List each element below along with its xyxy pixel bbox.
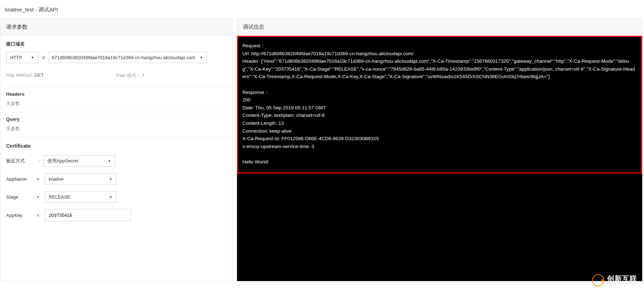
verify-row: 验证方式 ： 使用AppSecret ▼	[6, 155, 226, 167]
headers-title: Headers	[6, 91, 226, 97]
eq: =	[36, 213, 40, 218]
verify-select[interactable]: 使用AppSecret ▼	[43, 155, 115, 167]
method-path-row: Http Method: GET Path 格式： /	[0, 69, 232, 87]
protocol-value: HTTP	[10, 55, 22, 60]
page-title: knative_test - 调试API	[0, 0, 644, 18]
eq: =	[36, 194, 40, 200]
chevron-down-icon: ▼	[200, 56, 203, 60]
appkey-label: AppKey	[6, 213, 31, 218]
stage-select[interactable]: RELEASE ▼	[45, 191, 117, 203]
http-method-cell: Http Method: GET	[6, 72, 116, 79]
brand-watermark: 创新互联 CHUANG XIN LIAN	[592, 274, 638, 281]
http-method-label: Http Method:	[6, 72, 33, 79]
appkey-row: AppKey =	[6, 209, 226, 221]
path-value: /	[142, 72, 144, 79]
path-label: Path 格式：	[116, 72, 141, 79]
protocol-select[interactable]: HTTP ▼	[6, 52, 38, 63]
headers-empty: 无参数	[6, 100, 226, 107]
main-wrap: 请求参数 接口域名 HTTP ▼ :// 671d606b382049fdae7…	[0, 18, 644, 281]
debug-console: Request： Url: http://671d606b382049fdae7…	[237, 36, 642, 173]
host-select[interactable]: 671d606b382049fdae7018a19c71d369-cn-hang…	[48, 52, 207, 63]
appname-value: knative	[49, 176, 63, 182]
protocol-separator: ://	[41, 55, 45, 60]
domain-section: 接口域名 HTTP ▼ :// 671d606b382049fdae7018a1…	[0, 36, 232, 69]
host-value: 671d606b382049fdae7018a19c71d369-cn-hang…	[52, 55, 195, 60]
chevron-down-icon: ▼	[109, 177, 113, 181]
debug-info-header: 调试信息	[237, 19, 642, 36]
verify-value: 使用AppSecret	[47, 158, 79, 164]
chevron-down-icon: ▼	[108, 159, 111, 163]
eq: =	[36, 176, 40, 182]
chevron-down-icon: ▼	[31, 56, 34, 60]
certificate-block: Certificate 验证方式 ： 使用AppSecret ▼ AppName…	[0, 137, 232, 231]
debug-console-empty	[237, 173, 642, 281]
appname-select[interactable]: knative ▼	[45, 173, 117, 185]
stage-row: Stage = RELEASE ▼	[6, 191, 226, 203]
appkey-input[interactable]	[45, 209, 131, 221]
stage-label: Stage	[6, 194, 31, 200]
query-block: Query 无参数	[0, 112, 232, 137]
domain-label: 接口域名	[6, 41, 226, 47]
chevron-down-icon: ▼	[109, 195, 113, 199]
left-panel: 请求参数 接口域名 HTTP ▼ :// 671d606b382049fdae7…	[0, 18, 232, 281]
query-title: Query	[6, 117, 226, 122]
right-panel: 调试信息 Request： Url: http://671d606b382049…	[237, 18, 643, 281]
request-params-header: 请求参数	[0, 19, 232, 36]
brand-logo-icon	[592, 274, 604, 281]
path-cell: Path 格式： /	[116, 72, 226, 79]
colon: ：	[36, 158, 38, 164]
brand-text: 创新互联 CHUANG XIN LIAN	[607, 275, 638, 281]
brand-cn: 创新互联	[607, 275, 638, 281]
stage-value: RELEASE	[49, 194, 70, 200]
headers-block: Headers 无参数	[0, 87, 232, 112]
appname-label: AppName	[6, 176, 31, 182]
http-method-value: GET	[34, 72, 44, 79]
certificate-title: Certificate	[6, 143, 226, 149]
appname-row: AppName = knative ▼	[6, 173, 226, 185]
query-empty: 无参数	[6, 125, 226, 132]
verify-label: 验证方式	[6, 158, 31, 164]
domain-row: HTTP ▼ :// 671d606b382049fdae7018a19c71d…	[6, 52, 226, 63]
